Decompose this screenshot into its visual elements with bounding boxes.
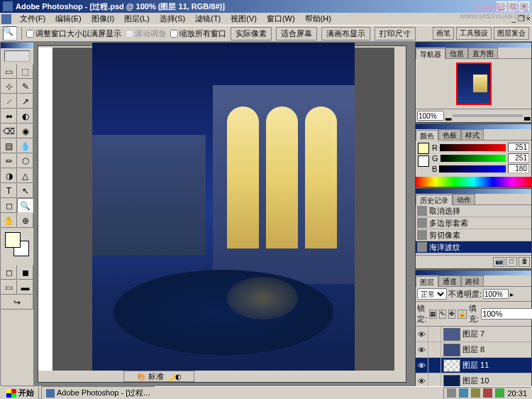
opt-zoom-all[interactable]: 缩放所有窗口 (170, 28, 226, 39)
history-item[interactable]: 取消选择 (416, 205, 531, 217)
opt-resize-windows[interactable]: 调整窗口大小以满屏显示 (26, 28, 121, 39)
menu-file[interactable]: 文件(F) (16, 13, 50, 25)
lock-all-icon[interactable]: 🔒 (458, 310, 467, 319)
tool-15[interactable]: △ (17, 168, 33, 183)
tool-20[interactable]: ✋ (1, 213, 17, 228)
taskbar-item-photoshop[interactable]: Adobe Photoshop - [过程... (41, 386, 155, 399)
history-delete-button[interactable]: 🗑 (519, 257, 530, 267)
tray-icon-4[interactable] (483, 388, 492, 398)
menu-filter[interactable]: 滤镜(T) (191, 13, 225, 25)
menu-window[interactable]: 窗口(W) (262, 13, 299, 25)
tray-icon-1[interactable] (447, 388, 456, 398)
tab-actions[interactable]: 动作 (453, 194, 475, 204)
r-value[interactable]: 251 (508, 143, 529, 152)
doc-scrollbar-h[interactable] (38, 371, 394, 382)
screen-mode-1[interactable]: ▭ (1, 280, 17, 295)
btn-print-size[interactable]: 打印尺寸 (375, 27, 416, 40)
history-snapshot-button[interactable]: 📷 (493, 257, 504, 267)
doc-scrollbar-v[interactable] (394, 46, 406, 371)
layer-item[interactable]: 👁图层 11 (416, 358, 531, 373)
menu-image[interactable]: 图像(I) (87, 13, 118, 25)
brush-preview[interactable] (4, 50, 30, 62)
lock-transparency-icon[interactable]: ▦ (429, 310, 437, 319)
layer-visibility-icon[interactable]: 👁 (416, 358, 428, 373)
fill-input[interactable] (481, 308, 532, 319)
screen-mode-2[interactable]: ▬ (17, 280, 33, 295)
layer-visibility-icon[interactable]: 👁 (416, 342, 428, 358)
tool-17[interactable]: ↖ (17, 183, 33, 198)
color-bg-swatch[interactable] (418, 155, 429, 167)
quickmask-mode-button[interactable]: ◼ (17, 265, 33, 280)
layer-visibility-icon[interactable]: 👁 (416, 327, 428, 342)
current-tool-thumb[interactable]: 🔍 (3, 26, 17, 40)
tray-clock[interactable]: 20:31 (507, 389, 527, 398)
tab-history[interactable]: 历史记录 (416, 195, 453, 205)
document-canvas[interactable] (52, 48, 394, 371)
history-item[interactable]: 多边形套索 (416, 217, 531, 229)
zoom-in-icon[interactable]: ▃ (524, 111, 530, 121)
g-slider[interactable] (440, 155, 506, 162)
btn-actual-pixels[interactable]: 实际像素 (231, 27, 272, 40)
zoom-slider[interactable] (453, 114, 523, 117)
tool-0[interactable]: ▭ (1, 64, 17, 79)
tool-19[interactable]: 🔍 (17, 198, 33, 213)
layer-link-cell[interactable] (428, 327, 441, 342)
tab-channels[interactable]: 通道 (438, 275, 461, 286)
menu-select[interactable]: 选择(S) (155, 13, 190, 25)
btn-fit-screen[interactable]: 适合屏幕 (276, 27, 317, 40)
layer-item[interactable]: 👁图层 8 (416, 342, 531, 358)
history-item[interactable]: 剪切像素 (416, 229, 531, 241)
tool-7[interactable]: ◐ (17, 109, 33, 124)
lock-position-icon[interactable]: ✥ (448, 310, 455, 319)
foreground-color[interactable] (5, 232, 21, 248)
r-slider[interactable] (440, 144, 506, 151)
tool-21[interactable]: ⊕ (17, 213, 33, 228)
palette-tab-comps[interactable]: 图层复合 (494, 27, 529, 40)
palette-tab-presets[interactable]: 工具预设 (456, 27, 492, 40)
standard-mode-button[interactable]: ◻ (1, 265, 17, 280)
lock-pixels-icon[interactable]: ✎ (439, 310, 446, 319)
tab-layers[interactable]: 图层 (416, 276, 438, 287)
tool-9[interactable]: ◉ (17, 124, 33, 138)
opacity-input[interactable] (483, 289, 509, 299)
tray-icon-5[interactable] (495, 388, 504, 398)
tool-12[interactable]: ✏ (1, 153, 17, 168)
layer-thumbnail[interactable] (443, 328, 460, 341)
menu-edit[interactable]: 编辑(E) (51, 13, 86, 25)
tool-1[interactable]: ⬚ (17, 64, 33, 79)
tray-icon-3[interactable] (471, 388, 480, 398)
tab-navigator[interactable]: 导航器 (416, 48, 445, 59)
tool-4[interactable]: ⟋ (1, 94, 17, 109)
tool-6[interactable]: ⬌ (1, 109, 17, 124)
tool-16[interactable]: T (1, 183, 17, 198)
color-picker[interactable] (1, 229, 33, 265)
btn-fit-canvas[interactable]: 满画布显示 (321, 27, 370, 40)
tool-13[interactable]: ⬡ (17, 153, 33, 168)
palette-tab-brushes[interactable]: 画笔 (433, 27, 454, 40)
history-new-button[interactable]: □ (506, 257, 517, 267)
tool-8[interactable]: ⌫ (1, 124, 17, 138)
menu-view[interactable]: 视图(V) (226, 13, 261, 25)
opt-scroll-zoom[interactable]: 滚动调放 (126, 28, 166, 39)
start-button[interactable]: 开始 (1, 386, 39, 399)
zoom-input[interactable] (417, 111, 444, 121)
layer-thumbnail[interactable] (443, 375, 460, 388)
tool-2[interactable]: ⊹ (1, 79, 17, 94)
jump-imageready-button[interactable]: ↪ (1, 295, 33, 310)
layer-link-cell[interactable] (428, 358, 441, 373)
blend-mode-select[interactable]: 正常 (417, 288, 447, 300)
menu-layer[interactable]: 图层(L) (120, 13, 153, 25)
tool-18[interactable]: ◻ (1, 198, 17, 213)
layer-item[interactable]: 👁图层 7 (416, 327, 531, 342)
history-item[interactable]: 海洋波纹 (416, 241, 531, 253)
b-slider[interactable] (439, 165, 506, 173)
tab-paths[interactable]: 路径 (461, 275, 484, 286)
menu-help[interactable]: 帮助(H) (301, 13, 336, 25)
ruler-vertical[interactable] (38, 48, 52, 371)
tab-swatches[interactable]: 色板 (438, 129, 461, 140)
zoom-out-icon[interactable]: ▂ (445, 111, 451, 121)
tab-histogram[interactable]: 直方图 (468, 48, 498, 58)
tool-5[interactable]: ↗ (17, 94, 33, 109)
g-value[interactable]: 251 (508, 153, 529, 163)
tool-14[interactable]: ◑ (1, 168, 17, 183)
